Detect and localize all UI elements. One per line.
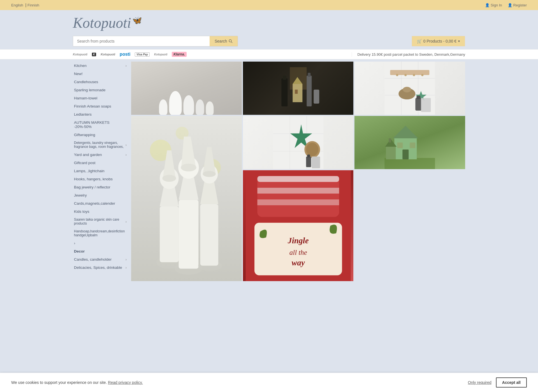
svg-rect-4: [283, 76, 286, 80]
svg-marker-40: [181, 137, 196, 168]
sidebar-item-bag-jewelry[interactable]: Bag jewelry / reflector: [73, 183, 129, 191]
user-icon: 👤: [485, 3, 490, 7]
sidebar-item-giftcard[interactable]: Giftcard post: [73, 159, 129, 167]
sidebar: Kitchen › New! Candlehouses Sparling lem…: [73, 59, 129, 283]
product-cell-1[interactable]: [131, 62, 242, 115]
payment-logo-1: Kotopuoti: [73, 53, 87, 56]
sidebar-item-ledlanters[interactable]: Ledlanters: [73, 110, 129, 118]
privacy-policy-link[interactable]: Read privacy policy.: [108, 380, 143, 385]
cookie-bar: We use cookies to support your experienc…: [0, 373, 538, 392]
chevron-right-icon-2: ›: [126, 143, 127, 147]
sidebar-item-delicacies[interactable]: Delicacies, Spices, drinkable ›: [73, 263, 129, 272]
sidebar-item-saaren[interactable]: Saaren taika organic skin care products …: [73, 216, 129, 227]
sidebar-item-yard[interactable]: Yard and garden ›: [73, 151, 129, 159]
product-cell-2[interactable]: [243, 62, 354, 115]
product-cell-3[interactable]: [354, 62, 465, 115]
svg-rect-16: [390, 70, 430, 75]
svg-rect-43: [200, 204, 218, 266]
svg-rect-9: [308, 73, 310, 77]
payment-logo-posti: posti: [120, 52, 130, 57]
logo-text: Kotopuoti: [73, 16, 131, 30]
register-icon: 👤: [508, 3, 512, 7]
svg-rect-67: [389, 138, 391, 143]
svg-rect-25: [417, 96, 421, 99]
register-link[interactable]: 👤 Register: [508, 3, 527, 7]
sidebar-item-candles[interactable]: Candles, candleholder ›: [73, 255, 129, 263]
sidebar-item-decor[interactable]: Decor: [73, 247, 129, 255]
accept-all-button[interactable]: Accept all: [496, 377, 527, 388]
payment-logo-klarna: Klarna.: [172, 52, 187, 57]
svg-rect-64: [403, 150, 409, 159]
star-illustration: [243, 116, 354, 169]
sidebar-item-kitchen[interactable]: Kitchen ›: [73, 62, 129, 70]
svg-rect-26: [421, 98, 431, 112]
svg-rect-65: [386, 147, 396, 159]
sidebar-item-cards[interactable]: Cards,magnets,calender: [73, 199, 129, 207]
sidebar-item-soaps[interactable]: Finnish Artesan soaps: [73, 102, 129, 110]
svg-rect-58: [312, 157, 320, 168]
svg-rect-71: [257, 188, 339, 194]
svg-point-55: [306, 143, 318, 156]
svg-point-47: [203, 171, 216, 177]
svg-point-35: [162, 175, 176, 182]
language-switcher: English | Finnish: [11, 3, 40, 7]
cart-button[interactable]: 🛒 0 Products - 0,00 € ▾: [412, 36, 465, 46]
svg-rect-70: [257, 176, 339, 182]
product-cell-house[interactable]: [354, 116, 465, 169]
payment-logo-3: Kotopuoti: [101, 53, 115, 56]
main-content: Kitchen › New! Candlehouses Sparling lem…: [0, 59, 538, 283]
svg-text:all the: all the: [289, 249, 307, 256]
sidebar-item-sparling[interactable]: Sparling lemonade: [73, 86, 129, 94]
sidebar-item-jewelry[interactable]: Jewelry: [73, 191, 129, 199]
svg-rect-56: [306, 157, 311, 167]
product-grid: Jingle all the way: [129, 59, 465, 283]
gnomes-illustration: [131, 116, 242, 281]
sidebar-item-autumn[interactable]: AUTUMN MARKETS -20%-50%: [73, 118, 129, 131]
sidebar-item-hooks[interactable]: Hooks, hangers, knobs: [73, 175, 129, 183]
product-cell-gnomes[interactable]: [131, 116, 242, 281]
sidebar-item-giftwrapping[interactable]: Giftwrapping: [73, 131, 129, 139]
product-cell-pillow[interactable]: Jingle all the way: [243, 170, 354, 281]
payment-logos: Kotopuoti K Kotopuoti posti Visa Pay Kot…: [73, 52, 346, 57]
chevron-right-icon: ›: [126, 64, 127, 68]
svg-rect-59: [385, 158, 435, 169]
signin-link[interactable]: 👤 Sign In: [485, 3, 502, 7]
chevron-right-icon-4: ›: [126, 220, 127, 224]
sidebar-item-new[interactable]: New!: [73, 70, 129, 78]
house-illustration: [354, 116, 465, 169]
search-box: Search: [73, 36, 238, 46]
svg-point-0: [229, 39, 232, 42]
bottles-illustration: [243, 62, 354, 115]
payment-row: Kotopuoti K Kotopuoti posti Visa Pay Kot…: [0, 49, 538, 59]
cookie-buttons: Only required Accept all: [468, 377, 527, 388]
lang-finnish[interactable]: Finnish: [27, 3, 39, 7]
hooks-illustration: [354, 62, 465, 115]
sidebar-item-kids[interactable]: Kids toys: [73, 207, 129, 216]
sidebar-item-lamps[interactable]: Lamps, ,lightchain: [73, 167, 129, 175]
sidebar-item-detergents[interactable]: Detergents, laundry vinegars, fragrance …: [73, 139, 129, 151]
sidebar-item-more[interactable]: ›: [73, 239, 129, 247]
chevron-right-icon-3: ›: [126, 153, 127, 157]
cart-icon: 🛒: [417, 39, 422, 43]
sidebar-item-candlehouses[interactable]: Candlehouses: [73, 78, 129, 86]
svg-rect-3: [281, 78, 287, 106]
product-cell-star[interactable]: [243, 116, 354, 169]
payment-logo-visapay: Visa Pay: [135, 52, 150, 57]
sidebar-item-hamam[interactable]: Hamam-towel: [73, 94, 129, 102]
lang-english[interactable]: English: [11, 3, 23, 7]
svg-point-20: [421, 74, 424, 76]
search-cart-row: Search 🛒 0 Products - 0,00 € ▾: [0, 33, 538, 49]
svg-rect-62: [397, 143, 403, 148]
delivery-info: Delivery 15.90€ posti parcel packet to S…: [352, 52, 465, 57]
svg-rect-69: [257, 176, 339, 217]
search-button[interactable]: Search: [210, 36, 238, 46]
search-input[interactable]: [73, 36, 210, 46]
only-required-button[interactable]: Only required: [468, 380, 491, 385]
svg-text:way: way: [292, 258, 305, 267]
svg-point-41: [181, 164, 196, 172]
sidebar-item-handsoap[interactable]: Handsoap,handcream,desinfiction handgel,…: [73, 227, 129, 239]
svg-rect-8: [307, 76, 312, 106]
search-button-label: Search: [215, 39, 227, 43]
svg-rect-72: [257, 199, 339, 205]
search-icon: [229, 39, 233, 43]
